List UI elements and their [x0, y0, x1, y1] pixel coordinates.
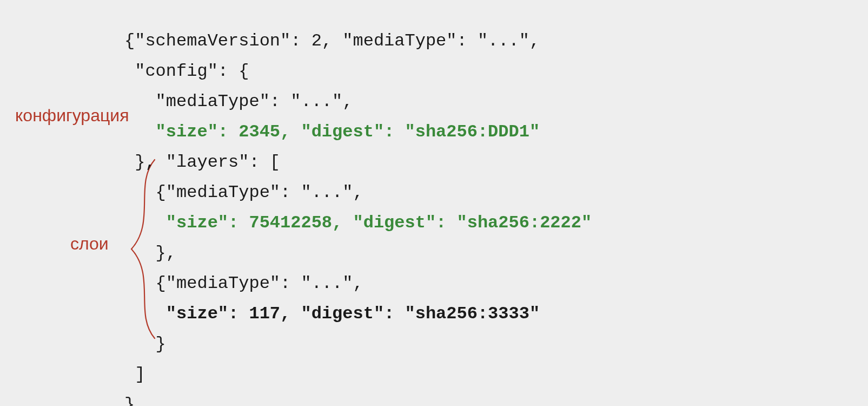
code-line-5: }, "layers": [: [124, 152, 280, 172]
code-line-2: "config": {: [124, 61, 249, 81]
annotation-config-label: конфигурация: [15, 106, 129, 126]
code-line-6: {"mediaType": "...",: [124, 182, 363, 202]
code-line-1: {"schemaVersion": 2, "mediaType": "...",: [124, 31, 540, 51]
code-line-12: ]: [124, 364, 145, 384]
code-line-10-layer2-hl: "size": 117, "digest": "sha256:3333": [124, 304, 540, 324]
code-line-13: }: [124, 395, 135, 406]
code-line-3: "mediaType": "...",: [124, 91, 353, 112]
code-line-11: }: [124, 334, 166, 354]
code-line-4-config-hl: "size": 2345, "digest": "sha256:DDD1": [124, 122, 540, 142]
code-line-7-layer1-hl: "size": 75412258, "digest": "sha256:2222…: [124, 213, 592, 233]
annotation-layers-label: слои: [70, 234, 109, 254]
slide-stage: конфигурация слои {"schemaVersion": 2, "…: [0, 0, 868, 406]
code-line-8: },: [124, 243, 176, 263]
json-code-block: {"schemaVersion": 2, "mediaType": "...",…: [124, 26, 592, 406]
code-line-9: {"mediaType": "...",: [124, 273, 363, 293]
